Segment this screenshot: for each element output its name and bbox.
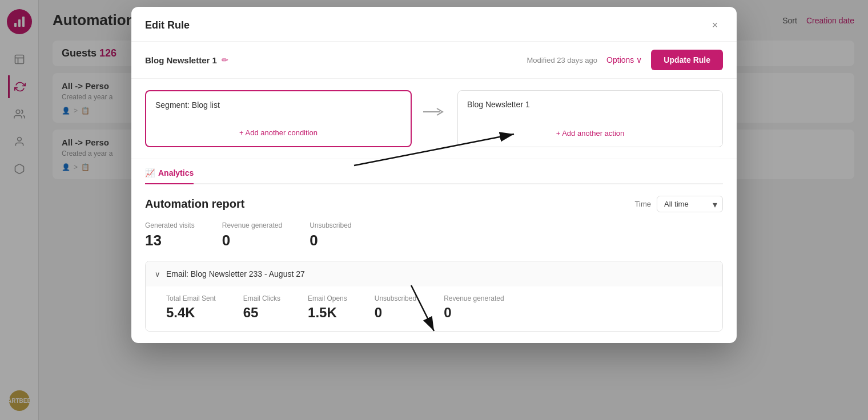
flow-arrow-icon — [423, 106, 446, 118]
rule-name-area: Blog Newsletter 1 ✏ — [145, 55, 228, 65]
modified-text: Modified 23 days ago — [527, 56, 597, 64]
email-expand-icon: ∨ — [155, 270, 160, 278]
email-metric-value-clicks: 65 — [243, 305, 280, 321]
metrics-row: Generated visits 13 Revenue generated 0 … — [145, 221, 723, 249]
edit-icon[interactable]: ✏ — [222, 55, 228, 64]
rule-name: Blog Newsletter 1 — [145, 55, 217, 65]
email-metric-unsubscribed: Unsubscribed 0 — [375, 294, 416, 321]
email-section: ∨ Email: Blog Newsletter 233 - August 27… — [145, 261, 723, 332]
modal-toolbar: Blog Newsletter 1 ✏ Modified 23 days ago… — [131, 42, 737, 79]
email-metric-label-unsub: Unsubscribed — [375, 294, 416, 302]
email-metric-value-opens: 1.5K — [308, 305, 347, 321]
email-name: Email: Blog Newsletter 233 - August 27 — [166, 269, 305, 278]
email-metric-value-total-sent: 5.4K — [166, 305, 216, 321]
metric-revenue-generated: Revenue generated 0 — [222, 221, 282, 249]
analytics-tabs: 📈 Analytics — [145, 168, 723, 184]
email-metric-revenue: Revenue generated 0 — [444, 294, 504, 321]
report-header: Automation report Time All time Last 7 d… — [145, 196, 723, 212]
toolbar-right: Modified 23 days ago Options ∨ Update Ru… — [527, 50, 723, 70]
rule-builder: Segment: Blog list + Add another conditi… — [131, 79, 737, 159]
tab-analytics[interactable]: 📈 Analytics — [145, 168, 194, 184]
update-rule-button[interactable]: Update Rule — [651, 50, 723, 70]
condition-label: Segment: Blog list — [155, 100, 401, 110]
email-metric-label-clicks: Email Clicks — [243, 294, 280, 302]
email-metric-clicks: Email Clicks 65 — [243, 294, 280, 321]
email-metrics-row: Total Email Sent 5.4K Email Clicks 65 Em… — [146, 286, 722, 331]
email-metric-opens: Email Opens 1.5K — [308, 294, 347, 321]
metric-value-revenue-generated: 0 — [222, 232, 282, 249]
action-box: Blog Newsletter 1 + Add another action — [457, 90, 723, 147]
email-metric-total-sent: Total Email Sent 5.4K — [166, 294, 216, 321]
options-button[interactable]: Options ∨ — [606, 55, 642, 64]
email-metric-value-unsub: 0 — [375, 305, 416, 321]
email-header-row[interactable]: ∨ Email: Blog Newsletter 233 - August 27 — [146, 261, 722, 286]
metric-value-generated-visits: 13 — [145, 232, 195, 249]
time-label: Time — [635, 200, 651, 208]
metric-label-unsubscribed: Unsubscribed — [310, 221, 351, 229]
options-chevron-icon: ∨ — [636, 55, 642, 64]
time-selector: Time All time Last 7 days Last 30 days L… — [635, 196, 723, 212]
report-title: Automation report — [145, 197, 244, 211]
metric-label-revenue-generated: Revenue generated — [222, 221, 282, 229]
action-label: Blog Newsletter 1 — [467, 100, 713, 109]
email-metric-label-opens: Email Opens — [308, 294, 347, 302]
modal-overlay: Edit Rule × Blog Newsletter 1 ✏ Modified… — [0, 0, 868, 420]
arrow-connector — [412, 90, 457, 118]
add-action-button[interactable]: + Add another action — [467, 129, 713, 138]
metric-value-unsubscribed: 0 — [310, 232, 351, 249]
modal-title: Edit Rule — [145, 19, 190, 31]
metric-label-generated-visits: Generated visits — [145, 221, 195, 229]
analytics-tab-icon: 📈 — [145, 168, 155, 177]
modal-header: Edit Rule × — [131, 7, 737, 42]
email-metric-value-revenue: 0 — [444, 305, 504, 321]
metric-unsubscribed: Unsubscribed 0 — [310, 221, 351, 249]
analytics-section: 📈 Analytics Automation report Time All t… — [131, 159, 737, 343]
time-dropdown[interactable]: All time Last 7 days Last 30 days Last 9… — [657, 196, 723, 212]
edit-rule-modal: Edit Rule × Blog Newsletter 1 ✏ Modified… — [131, 7, 737, 343]
time-dropdown-wrap: All time Last 7 days Last 30 days Last 9… — [657, 196, 723, 212]
email-metric-label-revenue: Revenue generated — [444, 294, 504, 302]
condition-box: Segment: Blog list + Add another conditi… — [145, 90, 412, 147]
metric-generated-visits: Generated visits 13 — [145, 221, 195, 249]
close-button[interactable]: × — [707, 17, 723, 33]
email-metric-label-total-sent: Total Email Sent — [166, 294, 216, 302]
add-condition-button[interactable]: + Add another condition — [155, 128, 401, 137]
